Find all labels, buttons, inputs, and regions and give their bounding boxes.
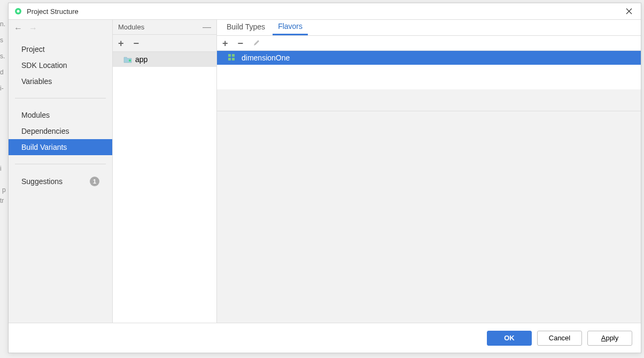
sidebar-section-modules: Modules Dependencies Build Variants [9,103,112,159]
sidebar-item-sdk-location[interactable]: SDK Location [9,57,112,73]
window-title: Project Structure [27,7,623,16]
sidebar-item-label: Build Variants [21,143,67,151]
sidebar-item-label: Variables [21,77,52,86]
sidebar-item-label: Modules [21,111,50,119]
svg-rect-4 [232,54,235,57]
button-label: Apply [601,334,619,342]
modules-header-label: Modules [118,23,144,31]
titlebar: Project Structure [9,3,641,19]
android-studio-icon [14,7,22,16]
cancel-button[interactable]: Cancel [537,331,582,346]
sidebar-item-build-variants[interactable]: Build Variants [9,139,112,155]
apply-button[interactable]: Apply [587,331,632,346]
sidebar: ← → Project SDK Location Variables Modul… [9,20,113,323]
remove-module-icon[interactable]: − [134,39,139,48]
sidebar-divider [15,164,106,164]
flavor-item-dimension-one[interactable]: dimensionOne [217,51,641,65]
sidebar-item-label: Project [21,45,45,54]
project-structure-dialog: Project Structure ← → Project SDK Locati… [8,3,641,353]
forward-arrow-icon[interactable]: → [29,24,37,33]
folder-icon [123,56,132,63]
sidebar-item-suggestions[interactable]: Suggestions 1 [9,173,112,190]
tab-build-types[interactable]: Build Types [221,19,270,35]
svg-rect-3 [228,54,231,57]
sidebar-item-project[interactable]: Project [9,41,112,57]
remove-flavor-icon[interactable]: − [238,39,244,48]
sidebar-item-modules[interactable]: Modules [9,107,112,123]
dialog-body: ← → Project SDK Location Variables Modul… [9,19,641,323]
add-module-icon[interactable]: + [118,39,124,48]
svg-rect-5 [228,58,231,60]
grid-icon [228,54,236,62]
tab-label: Flavors [278,22,302,31]
content-panel: Build Types Flavors + − [217,20,641,323]
tab-flavors[interactable]: Flavors [273,19,308,35]
flavor-list-container: dimensionOne [217,51,641,89]
sidebar-section-suggestions: Suggestions 1 [9,169,112,194]
modules-header: Modules — [113,20,216,35]
module-item-app[interactable]: app [113,52,216,67]
flavors-toolbar: + − [217,36,641,51]
sidebar-item-dependencies[interactable]: Dependencies [9,123,112,139]
minimize-icon[interactable]: — [203,22,211,32]
tab-label: Build Types [227,22,265,31]
back-arrow-icon[interactable]: ← [14,24,22,33]
sidebar-section-general: Project SDK Location Variables [9,37,112,94]
background-text: p [2,182,6,198]
modules-toolbar: + − [113,35,216,52]
flavor-detail-area [217,111,641,323]
sidebar-item-label: SDK Location [21,61,67,70]
sidebar-item-variables[interactable]: Variables [9,73,112,89]
dialog-footer: OK Cancel Apply [9,323,641,353]
sidebar-item-label: Suggestions [21,177,63,186]
flavor-item-label: dimensionOne [242,54,290,62]
edit-flavor-icon[interactable] [253,39,260,48]
svg-point-2 [129,59,131,62]
modules-panel: Modules — + − app [113,20,217,323]
sidebar-divider [15,98,106,98]
flavor-list: dimensionOne [217,51,641,65]
button-label: OK [504,334,515,342]
sidebar-item-label: Dependencies [21,127,69,135]
button-label: Cancel [549,334,570,342]
tabs: Build Types Flavors [217,20,641,36]
suggestions-badge: 1 [90,177,99,186]
background-text: n.ss.di-itr [0,16,5,209]
svg-rect-6 [232,58,235,60]
close-icon[interactable] [623,5,635,18]
nav-arrows: ← → [9,20,112,37]
add-flavor-icon[interactable]: + [222,39,228,48]
svg-point-1 [17,10,20,13]
ok-button[interactable]: OK [487,331,532,346]
module-item-label: app [135,55,148,64]
